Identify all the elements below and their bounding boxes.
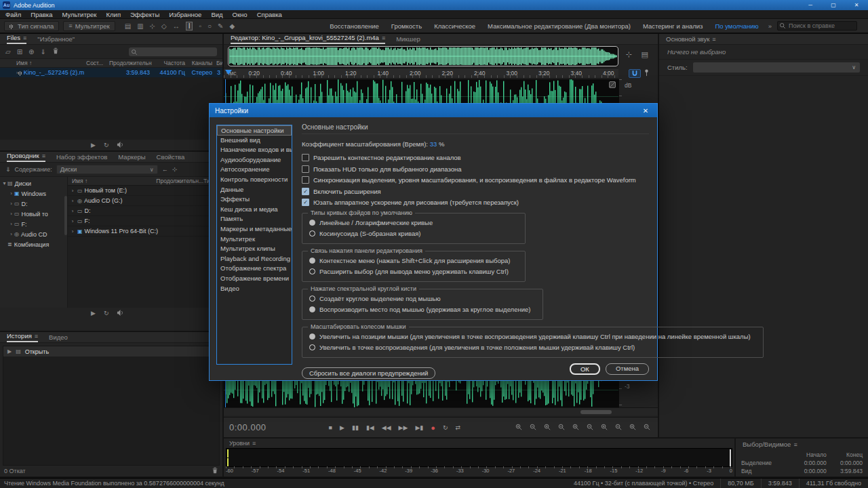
tree-item-1[interactable]: ›▣Windows bbox=[0, 188, 67, 199]
time-ruler[interactable]: чмс 0:200:401:001:201:402:002:202:403:00… bbox=[224, 68, 618, 79]
zoom-in-button[interactable] bbox=[515, 422, 523, 434]
tab-editor[interactable]: Редактор: Kino_-_Gruppa_krovi_55527245 (… bbox=[231, 34, 385, 44]
chevron-right-icon[interactable]: › bbox=[68, 208, 77, 214]
new-item-icon[interactable]: ⊕ bbox=[28, 48, 34, 56]
chevron-right-icon[interactable]: › bbox=[8, 221, 14, 227]
maximize-button[interactable]: ▢ bbox=[822, 0, 845, 10]
panel-menu-icon[interactable]: ≡ bbox=[42, 152, 45, 159]
chevron-right-icon[interactable]: › bbox=[68, 198, 77, 204]
radio-button[interactable] bbox=[309, 333, 315, 340]
tab-browser-3[interactable]: Свойства bbox=[157, 153, 185, 162]
workspace-tab-1[interactable]: Громкость bbox=[391, 22, 422, 30]
checkbox-3[interactable]: ✓ bbox=[302, 188, 309, 195]
import-file-icon[interactable]: ⊞ bbox=[17, 48, 22, 56]
play-button[interactable]: ▶ bbox=[340, 424, 344, 431]
panel-menu-icon[interactable]: ≡ bbox=[23, 35, 26, 41]
zoom-out-button[interactable] bbox=[529, 422, 537, 434]
radio-row-0-1[interactable]: Косинусоида (S-образная кривая) bbox=[309, 230, 513, 237]
workspace-tab-4[interactable]: Мастеринг и анализ bbox=[643, 22, 703, 30]
file-row[interactable]: ›Kino_-_..527245 (2).m4a3:59.84344100 Гц… bbox=[0, 68, 222, 77]
checkbox-row-0[interactable]: ✓Разрешить контекстное редактирование ка… bbox=[302, 154, 649, 161]
radio-button[interactable] bbox=[309, 220, 315, 226]
drive-row-2[interactable]: ›▭D: bbox=[68, 206, 222, 216]
tab-media-browser[interactable]: Проводник≡ bbox=[7, 152, 45, 162]
drive-column-0[interactable]: Имя ↑ bbox=[68, 178, 152, 184]
overview-waveform[interactable] bbox=[228, 46, 618, 66]
checkbox-row-3[interactable]: ✓Включить расширения bbox=[302, 188, 649, 195]
radio-row-1-1[interactable]: Расширить выбор (для вывода меню удержив… bbox=[309, 268, 513, 275]
menu-item-6[interactable]: Вид bbox=[211, 11, 222, 18]
radio-button[interactable] bbox=[309, 258, 315, 264]
horizontal-scrollbar[interactable] bbox=[224, 407, 658, 415]
radio-button[interactable] bbox=[309, 344, 315, 350]
files-column-5[interactable]: Би... bbox=[214, 60, 222, 66]
tree-item-6[interactable]: ≣Комбинация bbox=[0, 239, 67, 249]
radio-row-2-1[interactable]: Воспроизводить место под мышью (удержива… bbox=[309, 306, 530, 313]
loop-button[interactable]: ↻ bbox=[104, 142, 109, 148]
rewind-button[interactable]: ◀◀ bbox=[382, 424, 391, 431]
workspace-tab-2[interactable]: Классическое bbox=[434, 22, 475, 30]
menu-item-7[interactable]: Окно bbox=[233, 11, 248, 18]
chevron-down-icon[interactable]: ▾ bbox=[1, 180, 7, 186]
tab-browser-1[interactable]: Набор эффектов bbox=[56, 153, 107, 162]
content-dropdown[interactable]: Диски ∨ bbox=[56, 165, 158, 174]
stop-button[interactable]: ■ bbox=[329, 424, 332, 431]
preferences-category-15[interactable]: Отображение времени bbox=[217, 274, 292, 284]
snap-magnet-button[interactable] bbox=[629, 69, 641, 78]
menu-item-8[interactable]: Справка bbox=[257, 11, 282, 18]
radio-button[interactable] bbox=[309, 230, 315, 237]
tab-selection-view[interactable]: Выбор/Видимое≡ bbox=[743, 441, 797, 449]
ibeam-tool-icon[interactable]: I bbox=[186, 22, 193, 30]
move-tool-icon[interactable]: ⊹ bbox=[150, 22, 155, 30]
list-icon[interactable]: ▤ bbox=[642, 50, 648, 59]
trash-icon[interactable] bbox=[212, 467, 218, 475]
chevron-right-icon[interactable]: › bbox=[68, 188, 77, 194]
dialog-titlebar[interactable]: Настройки ✕ bbox=[210, 104, 657, 117]
workspace-tab-5[interactable]: По умолчанию bbox=[715, 22, 758, 30]
preferences-category-11[interactable]: Мультитрек bbox=[217, 235, 292, 245]
reset-warnings-button[interactable]: Сбросить все диалоги предупреждений bbox=[302, 367, 435, 379]
zoom-in-amplitude-button[interactable] bbox=[572, 422, 580, 434]
workspace-tab-3[interactable]: Максимальное редактирование (Два монитор… bbox=[488, 22, 631, 30]
checkbox-row-1[interactable]: ✓Показать HUD только для выбранного диап… bbox=[302, 165, 649, 173]
slip-tool-icon[interactable]: ↔ bbox=[173, 22, 180, 30]
open-folder-icon[interactable]: ▱ bbox=[5, 48, 11, 56]
radio-row-3-1[interactable]: Увеличить в точке воспроизведения (для у… bbox=[309, 344, 751, 351]
history-entry-open[interactable]: ▶ ▤ Открыть bbox=[3, 346, 219, 357]
scrollbar-handle[interactable] bbox=[580, 410, 612, 414]
speaker-icon[interactable] bbox=[117, 309, 124, 318]
skip-to-start-button[interactable]: ▮◀ bbox=[366, 424, 374, 431]
overview-view-box[interactable] bbox=[228, 46, 618, 66]
preferences-category-13[interactable]: Playback and Recording bbox=[217, 254, 292, 264]
download-icon[interactable]: ⇓ bbox=[5, 166, 11, 173]
tab-history-1[interactable]: Видео bbox=[49, 333, 68, 342]
brush-tool-icon[interactable]: ✎ bbox=[218, 22, 223, 30]
chevron-right-icon[interactable]: › bbox=[8, 190, 14, 197]
drive-row-4[interactable]: ›▣Windows 11 Pro 64-Bit (C:) bbox=[68, 226, 222, 237]
panel-menu-icon[interactable]: ≡ bbox=[252, 440, 256, 447]
tree-item-2[interactable]: ›▭D: bbox=[0, 199, 67, 209]
ok-button[interactable]: ОК bbox=[570, 363, 600, 375]
close-button[interactable]: ✕ bbox=[845, 0, 868, 10]
lasso-tool-icon[interactable]: ○ bbox=[208, 22, 212, 30]
tree-item-5[interactable]: ›◎Audio CD bbox=[0, 229, 67, 239]
trash-icon[interactable] bbox=[52, 47, 59, 56]
radio-row-2-0[interactable]: Создаёт круглое выделение под мышью bbox=[309, 295, 530, 302]
chevron-right-icon[interactable]: › bbox=[68, 218, 77, 224]
save-icon[interactable]: ⇓ bbox=[40, 48, 45, 56]
play-button[interactable]: ▶ bbox=[91, 310, 96, 317]
playhead-marker[interactable] bbox=[225, 70, 232, 75]
zoom-selection-left-button[interactable] bbox=[600, 422, 608, 434]
drive-row-1[interactable]: ›◎Audio CD (G:) bbox=[68, 196, 222, 206]
zoom-full-button[interactable] bbox=[643, 422, 651, 434]
skip-selection-button[interactable]: ⇄ bbox=[456, 424, 461, 431]
back-icon[interactable]: ← bbox=[162, 166, 168, 173]
files-column-1[interactable]: Сост... bbox=[84, 60, 107, 66]
style-dropdown[interactable]: ∨ bbox=[693, 62, 860, 73]
tab-history-0[interactable]: История≡ bbox=[7, 332, 38, 342]
pin-icon[interactable] bbox=[644, 67, 650, 79]
checkbox-0[interactable]: ✓ bbox=[302, 154, 309, 161]
panel-menu-icon[interactable]: ≡ bbox=[793, 441, 797, 448]
zoom-factor-value[interactable]: 33 bbox=[430, 140, 437, 148]
preferences-category-4[interactable]: Автосохранение bbox=[217, 165, 292, 175]
